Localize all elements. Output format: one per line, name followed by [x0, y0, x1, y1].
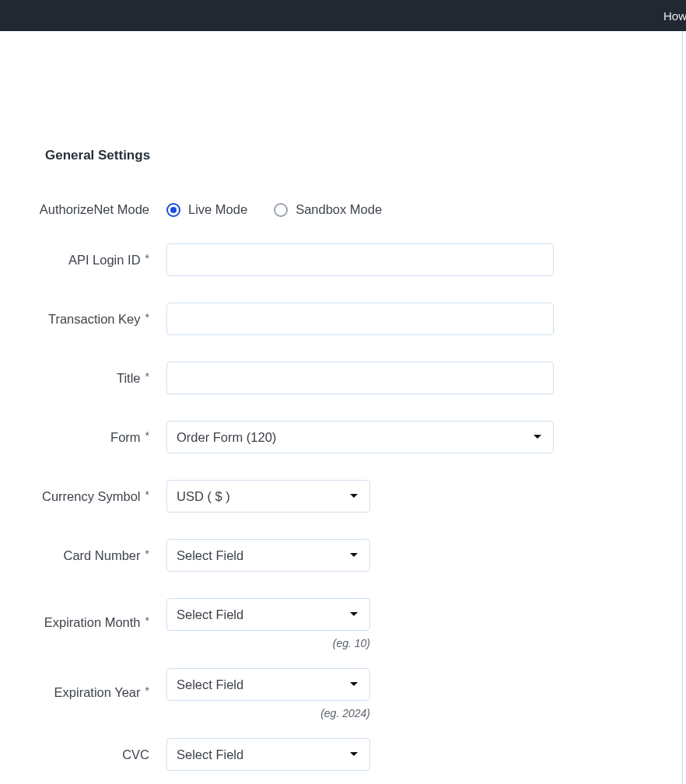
topbar: te How	[0, 0, 686, 31]
label-expiration-month: Expiration Month*	[0, 615, 152, 630]
label-card-number: Card Number*	[0, 548, 152, 563]
label-currency-symbol: Currency Symbol*	[0, 489, 152, 504]
required-mark: *	[145, 311, 149, 324]
settings-form: AuthorizeNet Mode Live Mode Sandbox Mode…	[0, 202, 686, 771]
required-mark: *	[145, 252, 149, 264]
mode-radio-group: Live Mode Sandbox Mode	[166, 202, 382, 217]
form-select[interactable]: Order Form (120)	[166, 421, 554, 453]
expiration-month-select[interactable]: Select Field	[166, 598, 370, 631]
label-transaction-key-text: Transaction Key	[48, 312, 141, 326]
label-expiration-month-text: Expiration Month	[44, 615, 141, 629]
card-number-select-value: Select Field	[177, 548, 243, 563]
label-cvc: CVC	[0, 747, 152, 762]
cvc-select-value: Select Field	[177, 747, 243, 762]
cvc-select[interactable]: Select Field	[166, 738, 370, 771]
expiration-year-select-value: Select Field	[177, 677, 243, 692]
row-title: Title*	[0, 362, 686, 394]
label-cvc-text: CVC	[122, 747, 149, 761]
label-transaction-key: Transaction Key*	[0, 312, 152, 327]
required-mark: *	[145, 614, 149, 627]
label-form-text: Form	[110, 430, 141, 444]
radio-icon	[166, 203, 180, 217]
row-transaction-key: Transaction Key*	[0, 303, 686, 335]
required-mark: *	[145, 684, 149, 697]
row-expiration-month: Expiration Month* Select Field (eg. 10)	[0, 598, 686, 646]
label-expiration-year: Expiration Year*	[0, 685, 152, 700]
label-expiration-year-text: Expiration Year	[54, 685, 141, 699]
row-card-number: Card Number* Select Field	[0, 539, 686, 572]
radio-live-mode-label: Live Mode	[188, 202, 247, 217]
required-mark: *	[145, 370, 149, 383]
expiration-month-hint: (eg. 10)	[166, 637, 370, 649]
topbar-right-fragment: How	[663, 9, 686, 23]
row-currency-symbol: Currency Symbol* USD ( $ )	[0, 480, 686, 513]
transaction-key-input[interactable]	[166, 303, 554, 335]
section-title: General Settings	[45, 148, 686, 163]
label-title-text: Title	[117, 371, 141, 385]
api-login-id-input[interactable]	[166, 243, 554, 276]
expiration-year-hint: (eg. 2024)	[166, 707, 370, 719]
label-title: Title*	[0, 371, 152, 386]
chevron-down-icon	[533, 434, 542, 440]
row-cvc: CVC Select Field	[0, 738, 686, 771]
label-card-number-text: Card Number	[64, 548, 141, 562]
required-mark: *	[145, 548, 149, 560]
settings-page: General Settings AuthorizeNet Mode Live …	[0, 31, 686, 771]
chevron-down-icon	[349, 611, 359, 618]
form-select-value: Order Form (120)	[177, 430, 276, 445]
expiration-year-select[interactable]: Select Field	[166, 668, 370, 701]
row-expiration-year: Expiration Year* Select Field (eg. 2024)	[0, 668, 686, 716]
row-form: Form* Order Form (120)	[0, 421, 686, 453]
expiration-month-select-value: Select Field	[177, 607, 243, 622]
title-input[interactable]	[166, 362, 554, 394]
label-authorizenet-mode: AuthorizeNet Mode	[0, 202, 152, 217]
chevron-down-icon	[349, 681, 359, 688]
chevron-down-icon	[349, 751, 359, 758]
radio-icon	[274, 203, 288, 217]
row-api-login-id: API Login ID*	[0, 243, 686, 276]
row-authorizenet-mode: AuthorizeNet Mode Live Mode Sandbox Mode	[0, 202, 686, 217]
radio-sandbox-mode[interactable]: Sandbox Mode	[274, 202, 382, 217]
currency-select[interactable]: USD ( $ )	[166, 480, 370, 513]
right-divider	[682, 31, 683, 784]
label-form: Form*	[0, 430, 152, 445]
radio-live-mode[interactable]: Live Mode	[166, 202, 247, 217]
label-api-login-id-text: API Login ID	[68, 253, 141, 267]
radio-sandbox-mode-label: Sandbox Mode	[296, 202, 382, 217]
required-mark: *	[145, 488, 149, 501]
required-mark: *	[145, 429, 149, 442]
currency-select-value: USD ( $ )	[177, 489, 230, 504]
chevron-down-icon	[349, 493, 359, 499]
label-currency-symbol-text: Currency Symbol	[42, 489, 141, 503]
card-number-select[interactable]: Select Field	[166, 539, 370, 572]
label-api-login-id: API Login ID*	[0, 253, 152, 268]
chevron-down-icon	[349, 552, 359, 558]
